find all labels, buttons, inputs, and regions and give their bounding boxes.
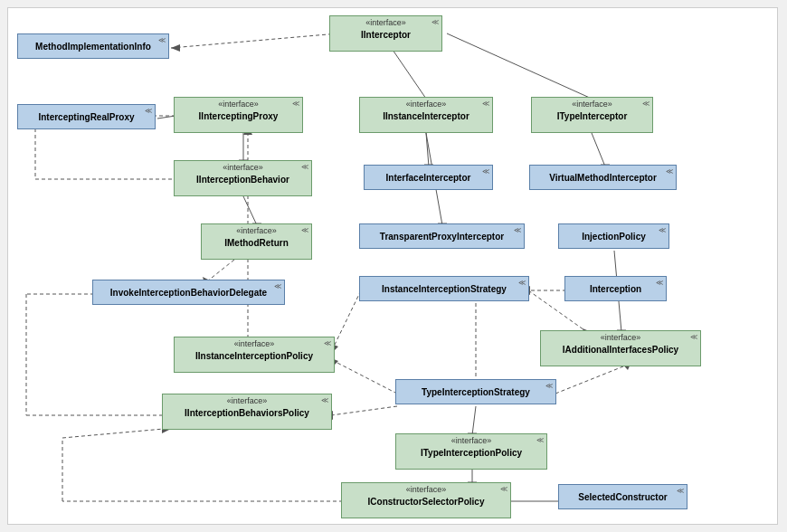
svg-line-8 (243, 196, 257, 225)
box-IInterceptingProxy: ≪ «interface» IInterceptingProxy (174, 97, 303, 133)
svg-line-20 (334, 290, 361, 347)
diagram-container: ≪ «interface» IInterceptor ≪ MethodImple… (7, 7, 778, 525)
box-IInterceptor: ≪ «interface» IInterceptor (329, 15, 442, 52)
svg-line-26 (334, 361, 397, 394)
box-ITypeInterceptionPolicy: ≪ «interface» ITypeInterceptionPolicy (395, 433, 547, 470)
svg-line-32 (472, 406, 476, 435)
svg-line-28 (555, 366, 623, 394)
box-InterfaceInterceptor: ≪ InterfaceInterceptor (364, 165, 493, 190)
svg-line-1 (447, 33, 592, 99)
svg-line-50 (62, 429, 164, 438)
svg-line-10 (207, 260, 234, 281)
diagram-arrows (8, 8, 777, 524)
svg-marker-3 (171, 44, 180, 52)
svg-line-2 (171, 33, 338, 48)
box-ITypeInterceptor: ≪ «interface» ITypeInterceptor (531, 97, 653, 133)
box-Interception: ≪ Interception (564, 276, 667, 301)
svg-line-4 (157, 116, 175, 119)
box-SelectedConstructor: ≪ SelectedConstructor (558, 484, 687, 509)
box-InvokeInterceptionBehaviorDelegate: ≪ InvokeInterceptionBehaviorDelegate (92, 280, 285, 305)
box-InterceptingRealProxy: ≪ InterceptingRealProxy (17, 104, 156, 129)
box-IInstanceInterceptor: ≪ «interface» IInstanceInterceptor (359, 97, 493, 133)
box-IInterceptionBehavior: ≪ «interface» IInterceptionBehavior (174, 160, 312, 196)
box-IMethodReturn: ≪ «interface» IMethodReturn (201, 223, 312, 260)
box-IInterceptionBehaviorsPolicy: ≪ «interface» IInterceptionBehaviorsPoli… (162, 394, 332, 430)
svg-line-0 (393, 50, 426, 99)
box-VirtualMethodInterceptor: ≪ VirtualMethodInterceptor (529, 165, 677, 190)
box-InjectionPolicy: ≪ InjectionPolicy (558, 223, 669, 249)
box-TypeInterceptionStrategy: ≪ TypeInterceptionStrategy (395, 379, 556, 404)
box-InstanceInterceptionStrategy: ≪ InstanceInterceptionStrategy (359, 276, 529, 301)
box-IAdditionalInterfacesPolicy: ≪ «interface» IAdditionalInterfacesPolic… (540, 330, 701, 366)
box-IConstructorSelectorPolicy: ≪ «interface» IConstructorSelectorPolicy (341, 482, 511, 518)
box-TransparentProxyInterceptor: ≪ TransparentProxyInterceptor (359, 223, 525, 249)
svg-line-16 (592, 133, 605, 166)
svg-line-30 (331, 406, 397, 415)
box-MethodImplementationInfo: ≪ MethodImplementationInfo (17, 33, 169, 59)
box-IInstanceInterceptionPolicy: ≪ «interface» IInstanceInterceptionPolic… (174, 337, 335, 373)
svg-line-12 (426, 133, 429, 166)
